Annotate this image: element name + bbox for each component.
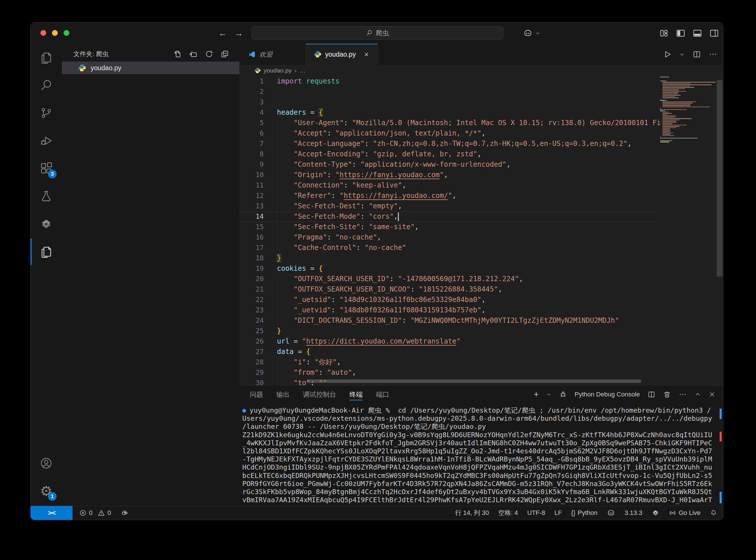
close-panel-icon[interactable] <box>709 391 716 398</box>
code-line[interactable]: 22 "_uetsid": "148d9c10326a11f0bc86e5332… <box>239 295 660 305</box>
extension-status-icon[interactable] <box>651 509 659 517</box>
cursor-position-status[interactable]: 行 14, 列 30 <box>455 508 489 517</box>
minimize-window-button[interactable] <box>52 30 58 36</box>
minimap[interactable] <box>660 77 716 152</box>
panel-tab-debug-console[interactable]: 调试控制台 <box>303 385 336 403</box>
terminal-output[interactable]: yuy0ung@Yuy0ungdeMacBook-Air 爬虫 % cd /Us… <box>242 406 714 505</box>
collapse-folders-icon[interactable] <box>220 50 229 58</box>
encoding-status[interactable]: UTF-8 <box>527 509 545 517</box>
tab-welcome[interactable]: 欢迎 <box>239 44 306 65</box>
eol-status[interactable]: LF <box>554 509 562 517</box>
copilot-status-icon[interactable] <box>607 508 615 517</box>
tab-label: 欢迎 <box>259 50 273 59</box>
file-row-youdao[interactable]: youdao.py <box>62 62 239 74</box>
code-line[interactable]: 27data = { <box>239 346 660 357</box>
terminal-dropdown-chevron-icon[interactable] <box>546 392 551 397</box>
code-line[interactable]: 23 "_uetvid": "148db0f0326a11f0804315913… <box>239 305 660 315</box>
terminal-instance-label[interactable]: Python Debug Console <box>575 391 640 398</box>
sidebar-item-explorer-active[interactable] <box>30 238 62 265</box>
code-line[interactable]: 5 "User-Agent": "Mozilla/5.0 (Macintosh;… <box>239 118 660 128</box>
terminal-line: rGc3SkFKbb5vp8Wop_84myBtgnBmj4CczhTq2HcO… <box>242 488 714 496</box>
toggle-panel-icon[interactable] <box>692 28 702 38</box>
split-editor-icon[interactable] <box>692 50 701 59</box>
notifications-bell-icon[interactable] <box>710 509 717 517</box>
zoom-window-button[interactable] <box>64 30 69 36</box>
maximize-panel-chevron-icon[interactable] <box>694 391 701 398</box>
code-line[interactable]: 15 "Sec-Fetch-Site": "same-site", <box>239 222 660 232</box>
panel-tab-terminal[interactable]: 终端 <box>350 385 363 403</box>
chevron-down-icon <box>535 31 540 36</box>
code-line[interactable]: 26url = "https://dict.youdao.com/webtran… <box>239 336 660 346</box>
code-line[interactable]: 14 "Sec-Fetch-Mode": "cors", <box>239 211 660 222</box>
sidebar-item-extension-custom[interactable] <box>30 210 62 238</box>
code-line[interactable]: 1import requests <box>239 76 660 86</box>
new-terminal-button[interactable]: + <box>534 390 539 399</box>
language-mode-status[interactable]: {}Python <box>571 509 597 517</box>
toggle-primary-sidebar-icon[interactable] <box>676 28 686 38</box>
sidebar-item-run-debug[interactable] <box>30 127 62 155</box>
code-line[interactable]: 8 "Accept-Encoding": "gzip, deflate, br,… <box>239 149 660 159</box>
code-line[interactable]: 29 "from": "auto", <box>239 367 660 378</box>
problems-status[interactable]: 0 0 <box>79 509 111 517</box>
kill-terminal-trash-icon[interactable] <box>663 391 671 398</box>
sidebar-item-explorer[interactable] <box>30 44 62 72</box>
code-line[interactable]: 3 <box>239 97 660 107</box>
run-file-icon[interactable] <box>663 50 672 59</box>
breadcrumb[interactable]: youdao.py › … <box>239 65 723 76</box>
code-line[interactable]: 25} <box>239 326 660 336</box>
run-dropdown-chevron-icon[interactable] <box>679 52 685 57</box>
terminal-line: yuy0ung@Yuy0ungdeMacBook-Air 爬虫 % cd /Us… <box>242 406 714 414</box>
code-line[interactable]: 17 "Cache-Control": "no-cache" <box>239 242 660 253</box>
nav-forward-button[interactable]: → <box>234 22 243 44</box>
close-window-button[interactable] <box>40 30 46 36</box>
panel-tab-output[interactable]: 输出 <box>276 385 290 403</box>
sidebar-item-testing[interactable] <box>30 182 62 210</box>
copilot-menu[interactable] <box>523 22 540 44</box>
sidebar-item-search[interactable] <box>30 72 62 99</box>
refresh-icon[interactable] <box>205 50 213 58</box>
code-line[interactable]: 11 "Connection": "keep-alive", <box>239 180 660 191</box>
code-line[interactable]: 10 "Origin": "https://fanyi.youdao.com", <box>239 169 660 180</box>
code-line[interactable]: 13 "Sec-Fetch-Dest": "empty", <box>239 201 660 211</box>
code-line[interactable]: 4headers = { <box>239 107 660 118</box>
split-terminal-icon[interactable] <box>647 391 655 398</box>
code-line[interactable]: 16 "Pragma": "no-cache", <box>239 232 660 242</box>
sidebar-item-extensions[interactable]: 3 <box>30 155 62 182</box>
accounts-button[interactable] <box>30 449 62 477</box>
code-line[interactable]: 12 "Referer": "https://fanyi.youdao.com/… <box>239 191 660 201</box>
settings-button[interactable]: ⚙ 1 <box>30 477 62 505</box>
toggle-secondary-sidebar-icon[interactable] <box>709 28 719 38</box>
code-line[interactable]: 6 "Accept": "application/json, text/plai… <box>239 128 660 138</box>
vertical-scrollbar[interactable] <box>717 80 722 277</box>
new-folder-icon[interactable] <box>189 50 198 58</box>
debug-status-icon[interactable] <box>121 509 128 517</box>
tab-youdao[interactable]: youdao.py × <box>306 44 378 65</box>
explorer-section-title[interactable]: 文件夹: 爬虫 <box>74 50 173 58</box>
nav-back-button[interactable]: ← <box>218 22 227 44</box>
code-editor[interactable]: 1import requests234headers = {5 "User-Ag… <box>239 76 660 385</box>
code-line[interactable]: 19cookies = { <box>239 263 660 274</box>
code-line[interactable]: 20 "OUTFOX_SEARCH_USER_ID": "-1478600569… <box>239 274 660 284</box>
panel-more-actions-icon[interactable] <box>679 391 687 398</box>
customize-layout-icon[interactable] <box>659 28 669 38</box>
close-tab-icon[interactable]: × <box>364 50 369 59</box>
code-line[interactable]: 28 "i": "你好", <box>239 357 660 367</box>
new-file-icon[interactable] <box>173 50 182 58</box>
code-line[interactable]: 21 "OUTFOX_SEARCH_USER_ID_NCOO": "181522… <box>239 284 660 295</box>
command-center-search[interactable]: 爬虫 <box>252 26 503 40</box>
code-line[interactable]: 7 "Accept-Language": "zh-CN,zh;q=0.8,zh-… <box>239 138 660 149</box>
more-actions-icon[interactable] <box>709 50 717 59</box>
panel-tab-ports[interactable]: 端口 <box>376 385 389 403</box>
go-live-status[interactable]: Go Live <box>669 509 700 517</box>
code-line[interactable]: 2 <box>239 86 660 97</box>
python-version-status[interactable]: 3.13.3 <box>625 509 642 517</box>
horizontal-scrollbar[interactable] <box>307 379 642 383</box>
panel-tab-problems[interactable]: 问题 <box>250 385 263 403</box>
code-line[interactable]: 18} <box>239 253 660 263</box>
sidebar-item-source-control[interactable] <box>30 99 62 127</box>
indentation-status[interactable]: 空格: 4 <box>498 508 518 517</box>
remote-indicator[interactable]: >< <box>30 506 72 520</box>
code-line[interactable]: 9 "Content-Type": "application/x-www-for… <box>239 159 660 169</box>
code-line[interactable]: 24 "DICT_DOCTRANS_SESSION_ID": "MGZiNWQ0… <box>239 315 660 326</box>
code-lines: 1import requests234headers = {5 "User-Ag… <box>239 76 660 385</box>
